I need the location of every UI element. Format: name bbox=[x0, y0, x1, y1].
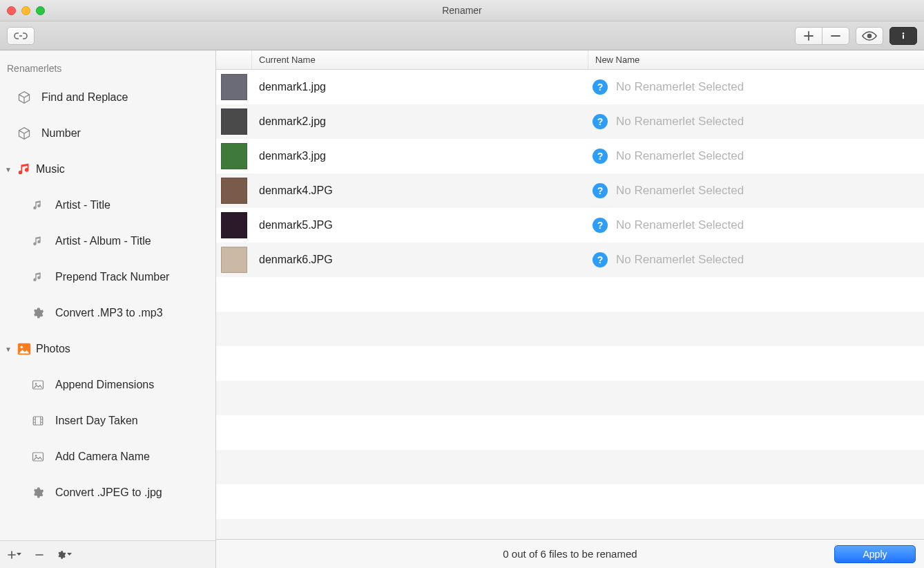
table-row bbox=[216, 519, 924, 539]
help-icon: ? bbox=[593, 79, 608, 95]
help-icon: ? bbox=[593, 183, 608, 198]
table-body[interactable]: denmark1.jpg?No Renamerlet Selecteddenma… bbox=[216, 70, 924, 539]
cell-thumbnail bbox=[216, 108, 252, 135]
note-icon bbox=[30, 269, 46, 285]
zoom-window-button[interactable] bbox=[36, 6, 45, 15]
window-title: Renamer bbox=[0, 5, 924, 16]
sidebar-item[interactable]: Convert .MP3 to .mp3 bbox=[0, 295, 215, 331]
info-icon bbox=[898, 30, 909, 41]
gear-icon bbox=[30, 305, 46, 321]
new-name-placeholder: No Renamerlet Selected bbox=[616, 184, 744, 198]
table-row[interactable]: denmark3.jpg?No Renamerlet Selected bbox=[216, 139, 924, 173]
help-icon: ? bbox=[593, 149, 608, 164]
sidebar-add-button[interactable] bbox=[6, 547, 23, 563]
cell-thumbnail bbox=[216, 247, 252, 273]
link-button[interactable] bbox=[7, 27, 35, 45]
sidebar-item-label: Artist - Album - Title bbox=[55, 235, 151, 247]
cell-thumbnail bbox=[216, 74, 252, 100]
sidebar: Renamerlets Find and ReplaceNumber▼Music… bbox=[0, 50, 216, 568]
column-new-name[interactable]: New Name bbox=[588, 50, 924, 69]
svg-point-0 bbox=[868, 34, 872, 37]
sidebar-item-label: Number bbox=[41, 127, 81, 140]
help-icon: ? bbox=[593, 252, 608, 267]
add-button[interactable] bbox=[795, 27, 822, 45]
sidebar-footer bbox=[0, 540, 215, 568]
cell-current-name: denmark4.JPG bbox=[252, 184, 588, 197]
cube-icon bbox=[17, 126, 32, 141]
apply-button[interactable]: Apply bbox=[834, 545, 916, 563]
table-row[interactable]: denmark4.JPG?No Renamerlet Selected bbox=[216, 173, 924, 208]
table-row bbox=[216, 312, 924, 346]
disclosure-triangle-icon[interactable]: ▼ bbox=[4, 345, 12, 353]
sidebar-item-label: Find and Replace bbox=[41, 91, 128, 104]
new-name-placeholder: No Renamerlet Selected bbox=[616, 253, 744, 267]
cell-current-name: denmark3.jpg bbox=[252, 150, 588, 162]
sidebar-item[interactable]: Append Dimensions bbox=[0, 367, 215, 403]
svg-point-2 bbox=[903, 32, 904, 34]
sidebar-group-label: Music bbox=[36, 163, 65, 176]
table-row bbox=[216, 450, 924, 484]
sidebar-item[interactable]: Find and Replace bbox=[0, 79, 215, 115]
file-thumbnail bbox=[221, 212, 247, 238]
sidebar-item[interactable]: Prepend Track Number bbox=[0, 259, 215, 295]
titlebar: Renamer bbox=[0, 0, 924, 21]
svg-point-5 bbox=[21, 345, 23, 348]
note-icon bbox=[30, 198, 46, 213]
new-name-placeholder: No Renamerlet Selected bbox=[616, 115, 744, 129]
sidebar-item-label: Append Dimensions bbox=[55, 379, 154, 391]
info-button[interactable] bbox=[889, 27, 917, 45]
column-new-name-label: New Name bbox=[595, 55, 639, 65]
sidebar-group-photos[interactable]: ▼Photos bbox=[0, 331, 215, 367]
disclosure-triangle-icon[interactable]: ▼ bbox=[4, 166, 12, 173]
sidebar-group-label: Photos bbox=[36, 343, 70, 355]
cell-current-name: denmark1.jpg bbox=[252, 81, 588, 93]
close-window-button[interactable] bbox=[7, 6, 16, 15]
table-row bbox=[216, 484, 924, 519]
preview-button[interactable] bbox=[856, 27, 883, 45]
cell-new-name: ?No Renamerlet Selected bbox=[588, 149, 924, 164]
sidebar-item-label: Artist - Title bbox=[55, 199, 110, 211]
cell-current-name: denmark5.JPG bbox=[252, 219, 588, 231]
photo-icon bbox=[17, 341, 32, 357]
file-thumbnail bbox=[221, 74, 247, 100]
sidebar-remove-button[interactable] bbox=[30, 547, 48, 563]
sidebar-group-music[interactable]: ▼Music bbox=[0, 151, 215, 187]
remove-button[interactable] bbox=[822, 27, 849, 45]
cell-thumbnail bbox=[216, 143, 252, 169]
add-remove-segment bbox=[795, 27, 849, 45]
gear-dropdown-icon bbox=[57, 550, 72, 560]
svg-rect-3 bbox=[903, 35, 904, 39]
sidebar-action-button[interactable] bbox=[55, 547, 73, 563]
sidebar-item[interactable]: Artist - Album - Title bbox=[0, 223, 215, 259]
sidebar-item[interactable]: Number bbox=[0, 115, 215, 151]
sidebar-item-label: Add Camera Name bbox=[55, 451, 150, 463]
status-text: 0 out of 6 files to be renamed bbox=[503, 548, 637, 560]
sidebar-header: Renamerlets bbox=[0, 56, 215, 79]
svg-point-10 bbox=[35, 455, 37, 456]
traffic-lights bbox=[7, 6, 45, 15]
svg-point-7 bbox=[35, 383, 37, 384]
cell-current-name: denmark2.jpg bbox=[252, 115, 588, 128]
table-row[interactable]: denmark5.JPG?No Renamerlet Selected bbox=[216, 208, 924, 243]
status-bar: 0 out of 6 files to be renamed Apply bbox=[216, 539, 924, 568]
sidebar-item[interactable]: Artist - Title bbox=[0, 187, 215, 223]
sidebar-item-label: Insert Day Taken bbox=[55, 415, 138, 427]
file-thumbnail bbox=[221, 247, 247, 273]
minimize-window-button[interactable] bbox=[21, 6, 30, 15]
content: Current Name New Name denmark1.jpg?No Re… bbox=[216, 50, 924, 568]
sidebar-item[interactable]: Convert .JPEG to .jpg bbox=[0, 475, 215, 511]
table-row[interactable]: denmark1.jpg?No Renamerlet Selected bbox=[216, 70, 924, 104]
table-row[interactable]: denmark6.JPG?No Renamerlet Selected bbox=[216, 243, 924, 277]
column-thumbnail[interactable] bbox=[216, 50, 252, 69]
sidebar-scroll[interactable]: Renamerlets Find and ReplaceNumber▼Music… bbox=[0, 50, 215, 540]
cell-thumbnail bbox=[216, 212, 252, 238]
sidebar-item[interactable]: Add Camera Name bbox=[0, 439, 215, 475]
toolbar bbox=[0, 21, 924, 50]
eye-icon bbox=[862, 31, 877, 41]
table-row[interactable]: denmark2.jpg?No Renamerlet Selected bbox=[216, 104, 924, 139]
sidebar-item[interactable]: Insert Day Taken bbox=[0, 403, 215, 439]
cell-new-name: ?No Renamerlet Selected bbox=[588, 218, 924, 233]
minus-icon bbox=[831, 31, 840, 41]
column-current-name[interactable]: Current Name bbox=[252, 50, 588, 69]
cell-thumbnail bbox=[216, 178, 252, 204]
